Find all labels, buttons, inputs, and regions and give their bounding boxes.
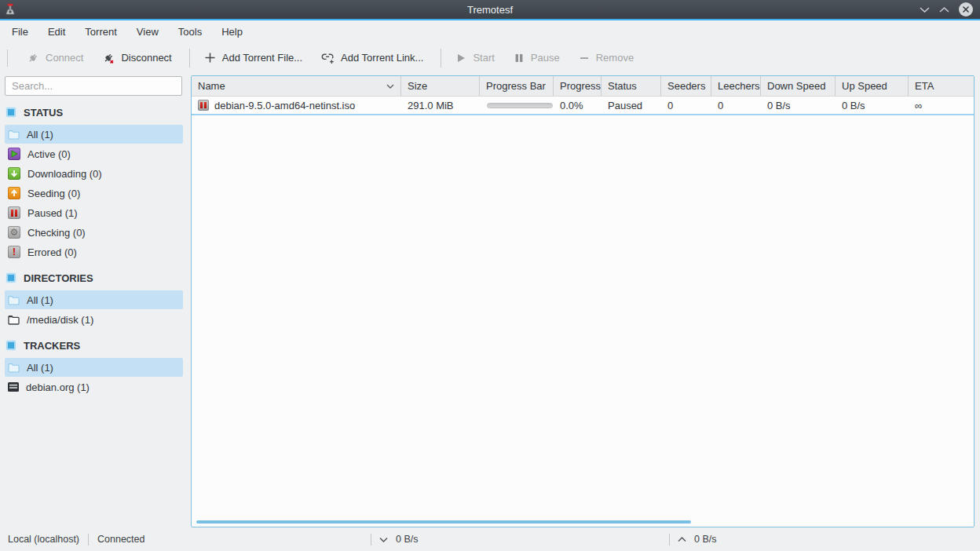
table-header-row: Name Size Progress Bar Progress Status S…	[192, 76, 974, 97]
remove-label: Remove	[596, 52, 634, 64]
statusbar-separator	[669, 534, 670, 546]
column-header-up-speed[interactable]: Up Speed	[836, 76, 909, 96]
start-button: Start	[448, 48, 502, 68]
sidebar-item-status-checking[interactable]: ⚙ Checking (0)	[5, 223, 183, 242]
torrent-row[interactable]: debian-9.5.0-amd64-netinst.iso 291.0 MiB…	[192, 97, 974, 114]
connection-status: Connected	[97, 534, 144, 545]
column-header-size[interactable]: Size	[401, 76, 480, 96]
column-header-progress-bar[interactable]: Progress Bar	[480, 76, 554, 96]
sidebar-item-directory-media-disk[interactable]: /media/disk (1)	[5, 310, 183, 329]
sidebar-item-label: Checking (0)	[27, 227, 86, 239]
plug-connect-icon	[27, 52, 39, 64]
folder-dark-icon	[8, 315, 20, 325]
search-input[interactable]	[5, 76, 182, 96]
sidebar-item-status-all[interactable]: All (1)	[5, 125, 183, 144]
category-icon	[6, 108, 16, 117]
add-torrent-file-button[interactable]: Add Torrent File...	[196, 48, 310, 68]
active-icon	[8, 148, 20, 160]
progress-bar	[487, 103, 553, 108]
table-empty-area	[192, 115, 974, 518]
menu-help[interactable]: Help	[214, 23, 250, 41]
pause-label: Pause	[531, 52, 560, 64]
torrent-name: debian-9.5.0-amd64-netinst.iso	[214, 100, 355, 111]
section-title: STATUS	[24, 107, 63, 119]
paused-icon	[198, 100, 209, 111]
disconnect-label: Disconnect	[121, 52, 171, 64]
app-icon	[4, 3, 16, 16]
remove-button: Remove	[571, 48, 642, 68]
column-header-leechers[interactable]: Leechers	[711, 76, 761, 96]
column-header-eta[interactable]: ETA	[909, 76, 974, 96]
sidebar-item-label: Downloading (0)	[27, 168, 102, 180]
menu-view[interactable]: View	[129, 23, 166, 41]
maximize-icon[interactable]	[939, 6, 949, 13]
cell-status: Paused	[602, 100, 661, 111]
close-icon[interactable]	[959, 2, 973, 16]
statusbar: Local (localhost) Connected 0 B/s 0 B/s	[0, 527, 980, 551]
toolbar-separator	[441, 49, 441, 68]
menu-file[interactable]: File	[4, 23, 36, 41]
column-header-seeders[interactable]: Seeders	[661, 76, 711, 96]
window-title: Tremotesf	[0, 4, 980, 16]
add-torrent-link-label: Add Torrent Link...	[341, 52, 423, 64]
folder-icon	[8, 295, 20, 305]
connect-button: Connect	[19, 48, 91, 68]
cell-up-speed: 0 B/s	[836, 100, 909, 111]
sidebar-item-label: Paused (1)	[27, 207, 78, 219]
section-title: TRACKERS	[24, 340, 80, 352]
sidebar-item-status-downloading[interactable]: Downloading (0)	[5, 164, 183, 183]
sidebar-item-trackers-all[interactable]: All (1)	[5, 358, 183, 377]
seeding-icon	[8, 187, 20, 199]
cell-progress-bar	[480, 103, 554, 108]
cell-progress: 0.0%	[554, 100, 602, 111]
toolbar: Connect Disconnect Add Torrent File...	[0, 43, 980, 72]
section-header-directories: DIRECTORIES	[6, 270, 186, 286]
plus-icon	[204, 52, 216, 64]
add-torrent-file-label: Add Torrent File...	[222, 52, 302, 64]
tracker-icon	[8, 382, 19, 392]
cell-seeders: 0	[661, 100, 711, 111]
menu-tools[interactable]: Tools	[170, 23, 210, 41]
section-title: DIRECTORIES	[24, 272, 93, 284]
horizontal-scrollbar[interactable]	[192, 518, 974, 527]
minimize-icon[interactable]	[920, 6, 930, 13]
disconnect-button[interactable]: Disconnect	[94, 48, 179, 68]
section-header-trackers: TRACKERS	[6, 338, 186, 353]
download-chevron-icon	[379, 537, 388, 542]
sidebar-item-status-errored[interactable]: ! Errored (0)	[5, 243, 183, 261]
downloading-icon	[8, 167, 20, 180]
menubar: File Edit Torrent View Tools Help	[0, 20, 980, 43]
folder-icon	[8, 130, 20, 140]
start-label: Start	[473, 52, 494, 64]
column-header-name[interactable]: Name	[192, 76, 401, 96]
folder-icon	[8, 363, 20, 373]
sidebar-item-label: Active (0)	[27, 148, 71, 160]
column-header-status[interactable]: Status	[602, 76, 661, 96]
sidebar-item-directories-all[interactable]: All (1)	[5, 290, 183, 309]
menu-edit[interactable]: Edit	[40, 23, 73, 41]
sidebar-item-status-seeding[interactable]: Seeding (0)	[5, 184, 183, 203]
upload-chevron-icon	[678, 537, 686, 542]
sidebar-item-label: /media/disk (1)	[27, 314, 93, 326]
toolbar-handle[interactable]	[7, 49, 8, 67]
filters-sidebar: STATUS All (1) Active (0) Downloading (0…	[0, 72, 186, 527]
sidebar-item-status-paused[interactable]: Paused (1)	[5, 203, 183, 222]
cell-size: 291.0 MiB	[401, 100, 480, 111]
sidebar-item-tracker-debian-org[interactable]: debian.org (1)	[5, 378, 183, 396]
add-torrent-link-button[interactable]: Add Torrent Link...	[313, 48, 431, 68]
cell-name: debian-9.5.0-amd64-netinst.iso	[192, 100, 401, 111]
column-header-progress[interactable]: Progress	[554, 76, 602, 96]
server-name: Local (localhost)	[8, 534, 79, 545]
column-header-down-speed[interactable]: Down Speed	[761, 76, 836, 96]
sidebar-item-label: All (1)	[27, 129, 53, 140]
pause-icon	[514, 53, 525, 64]
menu-torrent[interactable]: Torrent	[77, 23, 124, 41]
sidebar-item-status-active[interactable]: Active (0)	[5, 144, 183, 163]
paused-icon	[8, 206, 20, 219]
scrollbar-thumb[interactable]	[196, 520, 691, 524]
sidebar-item-label: Seeding (0)	[27, 188, 80, 199]
category-icon	[6, 341, 16, 350]
sidebar-item-label: All (1)	[27, 362, 53, 374]
titlebar: Tremotesf	[0, 0, 980, 19]
play-icon	[455, 53, 466, 64]
